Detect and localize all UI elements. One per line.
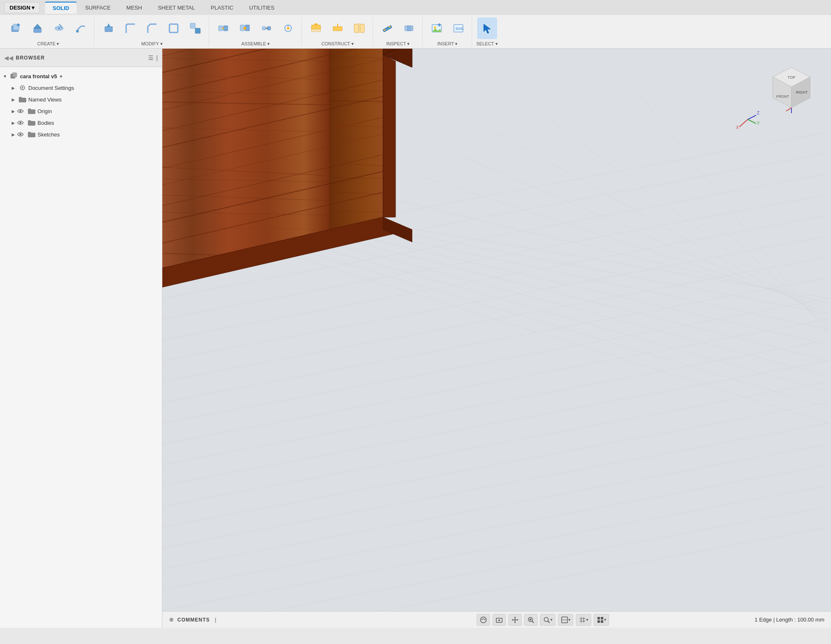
tree-item-origin[interactable]: ▶ Origin: [0, 105, 162, 117]
tab-utilities[interactable]: UTILITIES: [241, 2, 282, 13]
design-button[interactable]: DESIGN ▾: [4, 2, 40, 13]
assemble-icons: [213, 17, 298, 40]
tree-item-bodies[interactable]: ▶ Bodies: [0, 117, 162, 129]
grid-btn[interactable]: ▾: [576, 614, 591, 626]
svg-rect-13: [195, 28, 200, 33]
svg-point-25: [287, 27, 289, 30]
chamfer-button[interactable]: [142, 17, 162, 39]
3d-model[interactable]: [162, 49, 537, 288]
browser-tree: ▼ cara frontal v5 ● ▶: [0, 67, 162, 628]
revolve-button[interactable]: [49, 17, 69, 39]
angle-plane-button[interactable]: [328, 17, 348, 39]
sweep-button[interactable]: [71, 17, 91, 39]
offset-plane-button[interactable]: [306, 17, 326, 39]
svg-rect-34: [360, 24, 364, 32]
measure-button[interactable]: [377, 17, 397, 39]
tab-plastic[interactable]: PLASTIC: [203, 2, 241, 13]
toolbar-tabs: DESIGN ▾ SOLID SURFACE MESH SHEET METAL …: [0, 0, 831, 15]
tab-surface[interactable]: SURFACE: [77, 2, 118, 13]
zoom-tool[interactable]: [524, 614, 537, 626]
toolbar-icon-groups: CREATE ▾: [0, 15, 831, 48]
add-comment-icon[interactable]: ⊕: [169, 617, 174, 623]
svg-line-151: [739, 119, 748, 127]
svg-rect-175: [597, 617, 600, 619]
root-expand-icon[interactable]: ▼: [2, 73, 8, 79]
select-icons: [477, 17, 497, 40]
svg-text:FRONT: FRONT: [776, 94, 789, 99]
svg-rect-28: [311, 25, 321, 29]
root-item-lock-icon: ●: [60, 73, 62, 79]
svg-rect-33: [354, 24, 358, 32]
select-label: SELECT ▾: [476, 40, 498, 47]
svg-rect-15: [224, 26, 228, 31]
browser-menu-btn[interactable]: ☰: [148, 54, 154, 61]
inspect-group: INSPECT ▾: [374, 17, 423, 47]
tab-solid[interactable]: SOLID: [45, 2, 77, 14]
bodies-visibility-icon[interactable]: [17, 119, 24, 126]
display-mode-btn[interactable]: ▾: [558, 614, 573, 626]
svg-rect-176: [601, 617, 603, 619]
sketches-expand[interactable]: ▶: [10, 131, 17, 138]
svg-rect-4: [34, 28, 41, 32]
extrude-button[interactable]: [27, 17, 47, 39]
joint-button[interactable]: [213, 17, 233, 39]
svg-rect-50: [12, 73, 17, 77]
doc-settings-expand[interactable]: ▶: [10, 84, 17, 91]
root-item-label: cara frontal v5: [20, 73, 57, 79]
pan-tool[interactable]: [508, 614, 522, 626]
origin-expand[interactable]: ▶: [10, 108, 17, 114]
viewport-options-btn[interactable]: ▾: [594, 614, 609, 626]
fillet-button[interactable]: [120, 17, 140, 39]
zoom-options[interactable]: ▾: [540, 614, 555, 626]
insert-svg-button[interactable]: SVG: [448, 17, 468, 39]
nav-cube[interactable]: TOP FRONT RIGHT: [764, 61, 819, 115]
push-pull-button[interactable]: [99, 17, 119, 39]
shell-button[interactable]: [164, 17, 184, 39]
svg-point-38: [389, 26, 391, 27]
browser-pin-btn[interactable]: |: [156, 54, 158, 61]
tab-mesh[interactable]: MESH: [119, 2, 150, 13]
sketches-visibility-icon[interactable]: [17, 131, 24, 138]
svg-line-164: [532, 621, 534, 623]
comments-resize-icon[interactable]: |: [215, 617, 216, 623]
create-icons: [6, 17, 91, 40]
as-built-joint-button[interactable]: [235, 17, 255, 39]
inspect-label: INSPECT ▾: [386, 40, 410, 47]
rigid-group-button[interactable]: [256, 17, 276, 39]
tab-sheet-metal[interactable]: SHEET METAL: [150, 2, 202, 13]
construct-icons: [306, 17, 369, 40]
viewport[interactable]: TOP FRONT RIGHT Z Y X: [162, 49, 831, 628]
named-views-folder-icon: [18, 95, 27, 104]
origin-visibility-icon[interactable]: [17, 107, 24, 115]
select-button[interactable]: [477, 17, 497, 39]
new-component-button[interactable]: [6, 17, 26, 39]
svg-text:X: X: [736, 125, 739, 130]
svg-rect-11: [169, 24, 178, 32]
orbit-tool[interactable]: [477, 614, 490, 626]
tree-item-named-views[interactable]: ▶ Named Views: [0, 94, 162, 105]
tree-item-document-settings[interactable]: ▶ Document Settings: [0, 82, 162, 94]
comments-label: COMMENTS: [177, 617, 210, 623]
assemble-group: ASSEMBLE ▾: [210, 17, 302, 47]
bodies-expand[interactable]: ▶: [10, 119, 17, 126]
browser-panel: ◀◀ BROWSER ☰ | ▼ cara frontal v5 ●: [0, 49, 162, 628]
insert-image-button[interactable]: [427, 17, 447, 39]
scale-button[interactable]: [185, 17, 205, 39]
named-views-expand[interactable]: ▶: [10, 96, 17, 103]
drive-joints-button[interactable]: [278, 17, 298, 39]
browser-collapse-btn[interactable]: ◀◀: [4, 54, 13, 61]
svg-rect-177: [597, 620, 600, 623]
tree-item-sketches[interactable]: ▶ Sketches: [0, 129, 162, 140]
svg-marker-161: [512, 619, 513, 621]
comments-section: ⊕ COMMENTS |: [169, 617, 331, 623]
svg-point-156: [498, 619, 500, 621]
origin-label: Origin: [37, 108, 52, 114]
tree-root-item[interactable]: ▼ cara frontal v5 ●: [0, 70, 162, 82]
interference-button[interactable]: [399, 17, 419, 39]
svg-line-147: [748, 115, 756, 119]
look-tool[interactable]: [493, 614, 506, 626]
viewport-tools: ▾ ▾ ▾: [477, 614, 609, 626]
main-area: ◀◀ BROWSER ☰ | ▼ cara frontal v5 ●: [0, 49, 831, 628]
modify-icons: [99, 17, 205, 40]
midplane-button[interactable]: [349, 17, 369, 39]
